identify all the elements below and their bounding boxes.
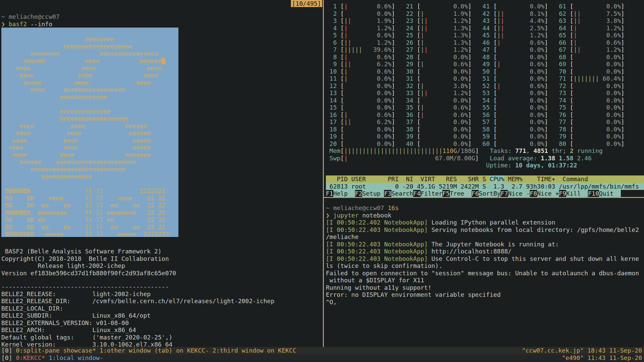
header-sort-column-cpu[interactable]: CPU%: [490, 175, 504, 183]
fkey-f2[interactable]: F2: [355, 190, 362, 197]
fkey-label-quit[interactable]: Quit: [599, 190, 621, 197]
cpu-meter-grid: 1 [| 0.6%] 21 [ 0.0%] 41 [ 0.0%] 61 [ 0.…: [326, 3, 644, 169]
fkey-f5[interactable]: F5: [442, 190, 450, 197]
memory-meter: Mem[|||||||||||||||||||||||||||110G/188G…: [326, 147, 644, 155]
belle2-logo-box: eeeeeeee eeeeeeeeeeeeeeeeeee eeeeeeee ee…: [1, 28, 178, 237]
pane-basf2[interactable]: ~ meliache@ccw07 ❯ basf2 --info eeeeeeee…: [0, 0, 322, 347]
pane-divider-vertical[interactable]: [323, 0, 324, 347]
fkey-label-nice -[interactable]: Nice -: [508, 190, 530, 197]
uptime-line: Uptime: 10 days, 01:37:22: [326, 162, 644, 169]
fkey-label-sortby[interactable]: SortBy: [479, 190, 501, 197]
fkey-f8[interactable]: F8: [530, 190, 537, 197]
basf2-version-info: BASF2 (Belle Analysis Software Framework…: [1, 248, 322, 277]
fkey-label-nice +[interactable]: Nice +: [537, 190, 559, 197]
belle2-environment-list: ----------------------------------------…: [1, 283, 322, 347]
terminal-window: ~ meliache@ccw07 ❯ basf2 --info eeeeeeee…: [0, 0, 644, 362]
fkey-f3[interactable]: F3: [384, 190, 391, 197]
status-host-clock-inner: "e490" 11:43 11-Sep-20: [562, 354, 642, 362]
window-list-outer[interactable]: [0] 0:split-pane showcase* 1:other windo…: [1, 347, 296, 354]
process-row[interactable]: 62813 root 0 -20 45.1G 5219M 2422M S 1.3…: [326, 183, 644, 190]
process-table-header[interactable]: PID USER PRI NI VIRT RES SHR S CPU% MEM%…: [326, 175, 644, 183]
fkey-f7[interactable]: F7: [501, 190, 508, 197]
status-host-clock-outer: "ccw07.cc.kek.jp" 18:43 11-Sep-20: [522, 347, 642, 354]
fkey-label-help[interactable]: Help: [333, 190, 355, 197]
header-columns-right: MEM% TIME+ Command: [504, 175, 588, 183]
header-columns-left: PID USER PRI NI VIRT RES SHR S: [326, 175, 490, 183]
fkey-label-setup[interactable]: Setup: [362, 190, 384, 197]
status-bar-inner[interactable]: [0] 0:KEKCC* 1:local window- "e490" 11:4…: [0, 354, 644, 362]
pane-jupyter[interactable]: ~ meliache@ccw07 16s❯ jupyter notebook[I…: [326, 198, 644, 347]
block-cursor: [162, 58, 165, 64]
fkey-label-tree[interactable]: Tree: [450, 190, 472, 197]
pane-index-badge: [10/495]: [291, 0, 322, 7]
pane-htop[interactable]: 1 [| 0.6%] 21 [ 0.0%] 41 [ 0.0%] 61 [ 0.…: [326, 0, 644, 197]
shell-prompt-line: ~ meliache@ccw07: [1, 13, 322, 21]
fkey-bar: F1Help F2Setup F3SearchF4FilterF5Tree F6…: [326, 190, 644, 197]
swap-meter: Swp[| 67.0M/8.00G] Load average: 1.38 1.…: [326, 155, 644, 162]
fkey-f9[interactable]: F9: [559, 190, 566, 197]
pane-divider-horizontal[interactable]: [323, 197, 644, 198]
status-bar-outer[interactable]: [0] 0:split-pane showcase* 1:other windo…: [0, 347, 644, 354]
fkey-label-search[interactable]: Search: [391, 190, 413, 197]
fkey-f6[interactable]: F6: [472, 190, 479, 197]
fkey-label-kill[interactable]: Kill: [566, 190, 588, 197]
fkey-f4[interactable]: F4: [413, 190, 421, 197]
window-list-inner[interactable]: [0] 0:KEKCC* 1:local window-: [1, 354, 103, 362]
command-basf2-info: ❯ basf2 --info: [1, 21, 322, 28]
fkey-f10[interactable]: F10: [588, 190, 599, 197]
belle2-ascii-logo: eeeeeeee eeeeeeeeeeeeeeeeeee eeeeeeee ee…: [1, 28, 178, 237]
process-row-text: 62813 root 0 -20 45.1G 5219M 2422M S 1.3…: [326, 183, 639, 190]
fkey-label-filter[interactable]: Filter: [421, 190, 442, 197]
fkey-f1[interactable]: F1: [326, 190, 333, 197]
